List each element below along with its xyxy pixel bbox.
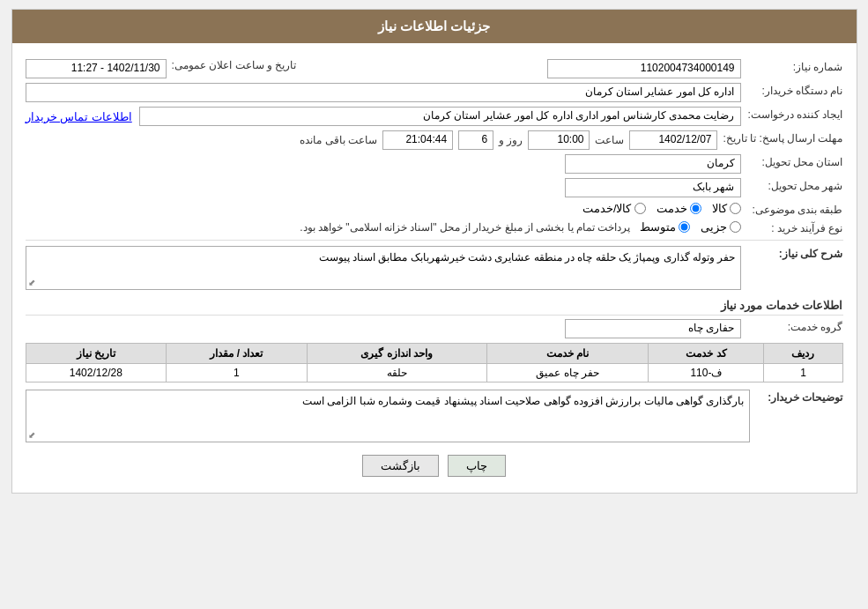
purchase-note: پرداخت تمام یا بخشی از مبلغ خریدار از مح…	[300, 221, 630, 234]
announce-date-field: 1402/11/30 - 11:27	[26, 59, 167, 78]
service-group-field: حفاری چاه	[565, 319, 741, 338]
reply-date-field: 1402/12/07	[629, 130, 717, 150]
back-button[interactable]: بازگشت	[362, 455, 439, 477]
need-number-label: شماره نیاز:	[746, 59, 843, 73]
description-label: شرح کلی نیاز:	[746, 246, 843, 260]
col-header-name: نام خدمت	[486, 344, 649, 364]
city-label: شهر محل تحویل:	[746, 178, 843, 192]
service-group-label: گروه خدمت:	[746, 319, 843, 333]
services-table: ردیف کد خدمت نام خدمت واحد اندازه گیری ت…	[26, 343, 843, 382]
purchase-option-jozi[interactable]: جزیی	[701, 220, 741, 234]
reply-remaining-label: ساعت باقی مانده	[300, 134, 377, 146]
category-label: طبقه بندی موضوعی:	[746, 202, 843, 216]
action-buttons: چاپ بازگشت	[26, 455, 843, 477]
print-button[interactable]: چاپ	[448, 455, 506, 477]
reply-days-field: 6	[458, 130, 493, 150]
org-name-label: نام دستگاه خریدار:	[746, 83, 843, 97]
resize-icon: ⬋	[28, 278, 35, 287]
reply-remaining-field: 21:04:44	[382, 130, 453, 150]
reply-days-label: روز و	[499, 134, 523, 146]
reply-time-field: 10:00	[528, 130, 590, 150]
creator-contact-link[interactable]: اطلاعات تماس خریدار	[26, 110, 132, 123]
services-section-title: اطلاعات خدمات مورد نیاز	[26, 299, 843, 316]
reply-deadline-label: مهلت ارسال پاسخ: تا تاریخ:	[723, 130, 842, 145]
col-header-code: کد خدمت	[649, 344, 764, 364]
org-name-field: اداره کل امور عشایر استان کرمان	[26, 83, 741, 102]
col-header-qty: تعداد / مقدار	[167, 344, 307, 364]
buyer-notes-label: توضیحات خریدار:	[755, 390, 843, 404]
col-header-row: ردیف	[764, 344, 842, 364]
province-field: کرمان	[565, 154, 741, 174]
reply-time-label: ساعت	[595, 134, 624, 146]
page-title: جزئیات اطلاعات نیاز	[12, 10, 857, 43]
col-header-date: تاریخ نیاز	[26, 344, 167, 364]
category-radio-group: کالا خدمت کالا/خدمت	[26, 202, 741, 215]
table-row: 1ف-110حفر چاه عمیقحلقه11402/12/28	[26, 364, 842, 382]
description-field: حفر وتوله گذاری وپمپاژ یک حلقه چاه در من…	[26, 246, 741, 290]
purchase-type-radio-group: جزیی متوسط	[640, 220, 741, 234]
creator-label: ایجاد کننده درخواست:	[746, 107, 843, 121]
announce-date-label: تاریخ و ساعت اعلان عمومی:	[172, 59, 297, 71]
city-field: شهر بابک	[565, 178, 741, 197]
province-label: استان محل تحویل:	[746, 154, 843, 168]
resize-icon-2: ⬋	[28, 430, 35, 440]
need-number-field: 1102004734000149	[547, 59, 741, 78]
purchase-option-motavasset[interactable]: متوسط	[640, 220, 690, 234]
category-option-khedmat[interactable]: خدمت	[657, 202, 701, 215]
purchase-type-label: نوع فرآیند خرید :	[746, 220, 843, 234]
col-header-unit: واحد اندازه گیری	[307, 344, 486, 364]
buyer-notes-field: بارگذاری گواهی مالیات برارزش افزوده گواه…	[26, 390, 750, 442]
creator-field: رضایت محمدی کارشناس امور اداری اداره کل …	[139, 107, 741, 126]
category-option-kala[interactable]: کالا	[712, 202, 741, 215]
category-option-kala-khedmat[interactable]: کالا/خدمت	[582, 202, 646, 215]
